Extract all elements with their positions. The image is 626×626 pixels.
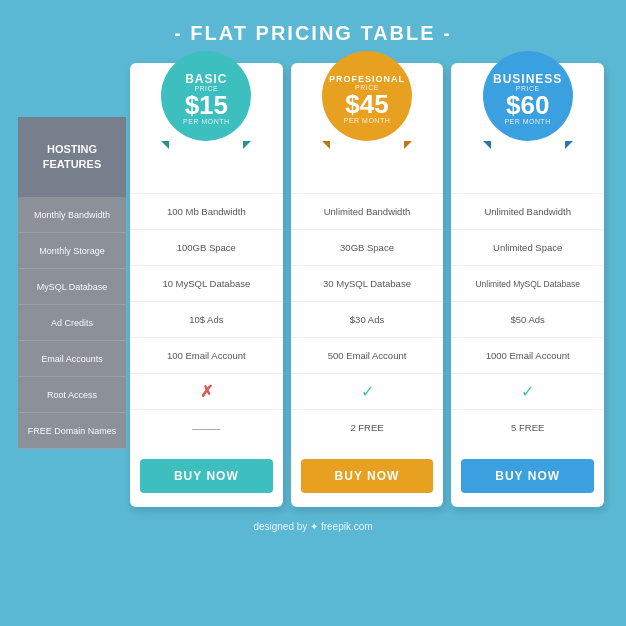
pro-row-domain: 2 FREE xyxy=(291,409,444,445)
plan-business: BUSINESS PRICE $60 PER MONTH Unlimited B… xyxy=(451,63,604,507)
label-monthly-storage: Monthly Storage xyxy=(18,233,126,269)
pro-row-ads: $30 Ads xyxy=(291,301,444,337)
basic-row-email: 100 Email Account xyxy=(130,337,283,373)
pro-price-label: PRICE xyxy=(355,84,379,91)
plan-pro: PROFESIONAL PRICE $45 PER MONTH Unlimite… xyxy=(291,63,444,507)
basic-buy-button[interactable]: BUY NOW xyxy=(140,459,273,493)
basic-header: BASIC PRICE $15 PER MONTH xyxy=(130,63,283,193)
basic-row-root: ✗ xyxy=(130,373,283,409)
pro-buy-button[interactable]: BUY NOW xyxy=(301,459,434,493)
biz-price-label: PRICE xyxy=(516,85,540,92)
biz-row-ads: $50 Ads xyxy=(451,301,604,337)
biz-badge: BUSINESS PRICE $60 PER MONTH xyxy=(483,51,573,141)
pro-price: $45 xyxy=(345,91,388,117)
label-ad-credits: Ad Credits xyxy=(18,305,126,341)
label-free-domain: FREE Domain Names xyxy=(18,413,126,449)
biz-per-month: PER MONTH xyxy=(504,118,551,125)
pro-badge: PROFESIONAL PRICE $45 PER MONTH xyxy=(322,51,412,141)
label-monthly-bandwidth: Monthly Bandwidth xyxy=(18,197,126,233)
biz-row-root: ✓ xyxy=(451,373,604,409)
footer-text: designed by ✦ freepik.com xyxy=(253,521,372,532)
pro-plan-name: PROFESIONAL xyxy=(329,75,405,84)
pro-row-bandwidth: Unlimited Bandwidth xyxy=(291,193,444,229)
biz-buy-button[interactable]: BUY NOW xyxy=(461,459,594,493)
dash-icon: —— xyxy=(192,420,220,436)
cross-icon: ✗ xyxy=(200,382,213,401)
biz-row-email: 1000 Email Account xyxy=(451,337,604,373)
plan-basic: BASIC PRICE $15 PER MONTH 100 Mb Bandwid… xyxy=(130,63,283,507)
biz-row-domain: 5 FREE xyxy=(451,409,604,445)
label-email-accounts: Email Accounts xyxy=(18,341,126,377)
pro-row-root: ✓ xyxy=(291,373,444,409)
basic-row-bandwidth: 100 Mb Bandwidth xyxy=(130,193,283,229)
pro-row-mysql: 30 MySQL Database xyxy=(291,265,444,301)
pro-row-email: 500 Email Account xyxy=(291,337,444,373)
label-root-access: Root Access xyxy=(18,377,126,413)
biz-header: BUSINESS PRICE $60 PER MONTH xyxy=(451,63,604,193)
label-mysql-database: MySQL Database xyxy=(18,269,126,305)
page-title: - FLAT PRICING TABLE - xyxy=(174,22,452,45)
check-icon: ✓ xyxy=(361,382,374,401)
pricing-table: HOSTINGFEATURES Monthly Bandwidth Monthl… xyxy=(18,63,608,507)
pro-header: PROFESIONAL PRICE $45 PER MONTH xyxy=(291,63,444,193)
basic-row-ads: 10$ Ads xyxy=(130,301,283,337)
biz-row-bandwidth: Unlimited Bandwidth xyxy=(451,193,604,229)
biz-plan-name: BUSINESS xyxy=(493,73,562,85)
biz-price: $60 xyxy=(506,92,549,118)
biz-row-mysql: Unlimited MySQL Database xyxy=(451,265,604,301)
basic-badge: BASIC PRICE $15 PER MONTH xyxy=(161,51,251,141)
pro-row-storage: 30GB Space xyxy=(291,229,444,265)
basic-row-domain: —— xyxy=(130,409,283,445)
check-icon-biz: ✓ xyxy=(521,382,534,401)
basic-row-storage: 100GB Space xyxy=(130,229,283,265)
hosting-features-header: HOSTINGFEATURES xyxy=(18,117,126,197)
pro-per-month: PER MONTH xyxy=(344,117,391,124)
label-column: HOSTINGFEATURES Monthly Bandwidth Monthl… xyxy=(18,117,126,449)
basic-price-label: PRICE xyxy=(194,85,218,92)
basic-price: $15 xyxy=(185,92,228,118)
biz-row-storage: Unlimited Space xyxy=(451,229,604,265)
basic-row-mysql: 10 MySQL Database xyxy=(130,265,283,301)
basic-per-month: PER MONTH xyxy=(183,118,230,125)
basic-plan-name: BASIC xyxy=(185,73,227,85)
